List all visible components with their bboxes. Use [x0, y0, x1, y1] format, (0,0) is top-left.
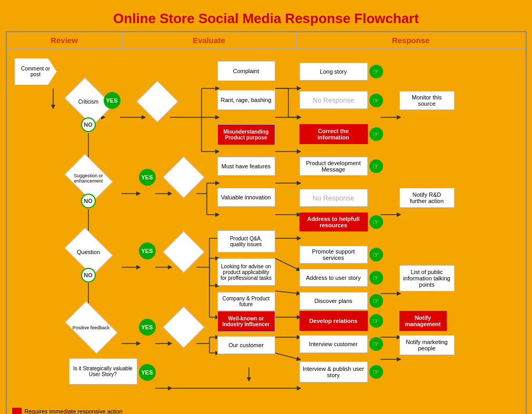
product-dev-box: Product development Message [299, 157, 368, 176]
long-story-box: Long story [299, 63, 368, 80]
strategic-diamond: Is it Strategically valuable User Story? [69, 358, 137, 385]
well-known-node: Well-known or Industry Influencer [217, 311, 275, 332]
comment-post-node: Comment or post [15, 58, 57, 85]
col-header-review: Review [7, 32, 123, 48]
must-have-node: Must have features [217, 157, 275, 176]
no-response-2-label: No Response [299, 189, 368, 207]
product-dev-response: Product development Message ☞ [299, 157, 383, 176]
promote-support-cursor[interactable]: ☞ [369, 248, 383, 261]
valuable-node: Valuable innovation [217, 188, 275, 207]
evaluate-diamond-4 [169, 312, 198, 342]
develop-cursor[interactable]: ☞ [369, 314, 383, 328]
criticism-diamond: Criticism [69, 87, 108, 116]
promote-support-response: Promote support services ☞ [299, 246, 383, 264]
interview-customer-cursor[interactable]: ☞ [369, 337, 383, 351]
column-headers: Review Evaluate Response [7, 32, 526, 49]
question-diamond: Question [69, 237, 108, 266]
svg-line-41 [275, 258, 299, 270]
evaluate-diamond-2 [169, 163, 198, 192]
list-public-box: List of public information talking point… [399, 265, 455, 291]
address-helpful-cursor[interactable]: ☞ [369, 215, 383, 229]
interview-publish-cursor[interactable]: ☞ [369, 365, 383, 379]
divider-2 [296, 49, 297, 414]
legend: Requires immediate responsive action [12, 408, 123, 414]
yes-circle-positive: YES [139, 319, 156, 336]
main-container: Online Store Social Media Response Flowc… [0, 0, 532, 414]
notify-marketing-box: Notify marketing people [399, 335, 455, 355]
develop-box: Develop relations [299, 311, 368, 331]
svg-line-55 [275, 353, 299, 359]
promote-support-box: Promote support services [299, 246, 368, 264]
address-user-box: Address to user story [299, 269, 368, 287]
notify-mgmt-box: Notify management [399, 311, 447, 331]
interview-customer-box: Interview customer [299, 335, 368, 353]
positive-diamond: Positive feedback [69, 312, 114, 342]
product-qa-node: Product Q&A, quality issues [217, 230, 275, 253]
evaluate-diamond-1 [143, 87, 172, 116]
notify-rd-box: Notify R&D further action [399, 188, 455, 208]
no-circle-question: NO [81, 268, 96, 282]
develop-response: Develop relations ☞ [299, 311, 383, 331]
yes-circle-strategic: YES [139, 364, 156, 381]
company-node: Company & Product future [217, 292, 275, 311]
address-helpful-response: Address to helpfull resources ☞ [299, 213, 383, 231]
discover-cursor[interactable]: ☞ [369, 294, 383, 308]
misunderstanding-node: Misunderstanding Product purpose [217, 124, 275, 145]
no-response-1-item: No Response [299, 91, 368, 109]
interview-publish-response: Interview & publish user story ☞ [299, 361, 383, 382]
yes-circle-question: YES [139, 243, 156, 259]
col-header-evaluate: Evaluate [123, 32, 296, 48]
correct-info-response: Correct the information ☞ [299, 124, 383, 144]
our-customer-node: Our customer [217, 336, 275, 354]
no-response-1-label: No Response [299, 91, 368, 109]
rant-node: Rant, rage, bashing [217, 90, 275, 110]
notify-mgmt-item: Notify management [399, 311, 447, 331]
col-header-response: Response [296, 32, 526, 48]
monitor-source-box: Monitor this source [399, 91, 455, 110]
discover-response: Discover plans ☞ [299, 292, 383, 310]
legend-color-box [12, 408, 22, 414]
no-circle-suggestion: NO [81, 194, 96, 208]
yes-circle-suggestion: YES [139, 169, 156, 186]
discover-box: Discover plans [299, 292, 368, 310]
address-user-response: Address to user story ☞ [299, 269, 383, 287]
suggestion-diamond: Suggestion or enhancement [69, 164, 108, 193]
long-story-cursor[interactable]: ☞ [369, 65, 383, 78]
interview-customer-response: Interview customer ☞ [299, 335, 383, 353]
no-circle-criticism: NO [81, 117, 96, 132]
address-helpful-box: Address to helpfull resources [299, 213, 368, 231]
correct-info-cursor[interactable]: ☞ [369, 127, 383, 141]
evaluate-diamond-3 [169, 237, 198, 267]
complaint-node: Complaint [217, 61, 275, 81]
legend-text: Requires immediate responsive action [25, 408, 123, 414]
interview-publish-box: Interview & publish user story [299, 361, 368, 382]
svg-line-42 [275, 291, 299, 294]
address-user-cursor[interactable]: ☞ [369, 271, 383, 285]
long-story-response: Long story ☞ [299, 63, 383, 80]
flowchart-body: Review Evaluate Response [6, 31, 527, 414]
product-dev-cursor[interactable]: ☞ [369, 159, 383, 173]
page-title: Online Store Social Media Response Flowc… [5, 5, 527, 31]
no-response-2-item: No Response [299, 189, 368, 207]
looking-node: Looking for advise on product applicabil… [217, 258, 275, 286]
correct-info-box: Correct the information [299, 124, 368, 144]
